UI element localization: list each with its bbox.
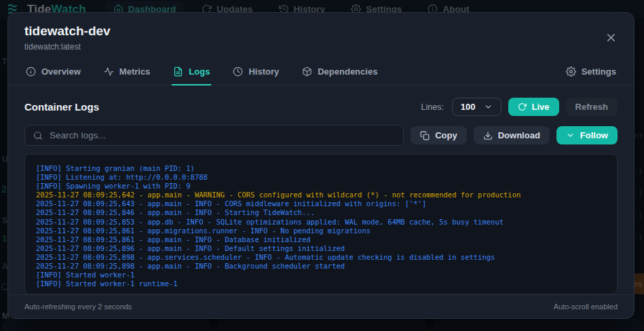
log-search-row: Copy Download Follow xyxy=(24,125,618,146)
live-button[interactable]: Live xyxy=(508,98,559,116)
auto-refresh-status: Auto-refreshing every 2 seconds xyxy=(24,303,132,311)
chevron-down-icon xyxy=(566,131,575,140)
log-line: 2025-11-27 08:09:25,861 - app.main - INF… xyxy=(36,235,606,244)
tab-history[interactable]: History xyxy=(231,60,280,85)
tab-label: History xyxy=(248,66,279,77)
download-button[interactable]: Download xyxy=(474,126,550,144)
modal-title: tidewatch-dev xyxy=(24,24,618,39)
lines-value: 100 xyxy=(461,102,476,112)
log-viewer[interactable]: [INFO] Starting granian (main PID: 1) [I… xyxy=(24,154,618,294)
lines-label: Lines: xyxy=(421,102,444,112)
file-text-icon xyxy=(173,66,183,77)
log-line: 2025-11-27 08:09:25,898 - app.main - INF… xyxy=(36,262,606,271)
log-line: [INFO] Spawning worker-1 with PID: 9 xyxy=(36,182,606,191)
tab-dependencies[interactable]: Dependencies xyxy=(301,60,379,85)
log-line: 2025-11-27 08:09:25,861 - app.migrations… xyxy=(36,227,606,235)
modal-subtitle: tidewatch:latest xyxy=(24,42,618,52)
tab-label: Dependencies xyxy=(318,66,377,77)
search-box[interactable] xyxy=(24,125,404,146)
follow-button[interactable]: Follow xyxy=(556,126,618,144)
log-line: [INFO] Listening at: http://0.0.0.0:8788 xyxy=(36,173,606,182)
tab-logs[interactable]: Logs xyxy=(172,60,211,85)
modal-header: tidewatch-dev tidewatch:latest xyxy=(8,13,634,60)
panel-heading: Container Logs xyxy=(24,101,99,113)
container-details-modal: tidewatch-dev tidewatch:latest Overview … xyxy=(7,12,634,319)
log-line: 2025-11-27 08:09:25,643 - app.main - INF… xyxy=(36,199,606,208)
log-line: 2025-11-27 08:09:25,853 - app.db - INFO … xyxy=(36,218,606,227)
clock-icon xyxy=(233,66,243,77)
copy-button-label: Copy xyxy=(435,130,457,140)
log-line: [INFO] Started worker-1 xyxy=(36,271,606,279)
live-button-label: Live xyxy=(532,102,550,112)
chevron-down-icon xyxy=(484,102,493,111)
tab-label: Settings xyxy=(582,66,616,77)
search-input[interactable] xyxy=(50,130,395,140)
copy-button[interactable]: Copy xyxy=(411,126,467,144)
refresh-button-label: Refresh xyxy=(575,102,608,112)
auto-scroll-status: Auto-scroll enabled xyxy=(554,303,618,311)
modal-tabbar: Overview Metrics Logs History Dependenci… xyxy=(8,60,634,85)
download-icon xyxy=(483,131,493,140)
log-controls: Lines: 100 Live Refresh xyxy=(421,98,618,116)
download-button-label: Download xyxy=(498,130,540,140)
follow-button-label: Follow xyxy=(580,130,608,140)
refresh-button[interactable]: Refresh xyxy=(566,98,618,116)
log-line: [INFO] Starting granian (main PID: 1) xyxy=(36,164,606,173)
lines-select[interactable]: 100 xyxy=(452,98,501,116)
log-line: 2025-11-27 08:09:25,896 - app.main - INF… xyxy=(36,244,606,253)
refresh-icon xyxy=(518,102,527,111)
log-line: 2025-11-27 08:09:25,898 - app.services.s… xyxy=(36,253,606,262)
search-icon xyxy=(33,131,43,140)
tab-overview[interactable]: Overview xyxy=(24,60,82,85)
tab-label: Logs xyxy=(189,66,210,77)
logs-panel-header: Container Logs Lines: 100 Live Refresh xyxy=(24,98,618,116)
gear-icon xyxy=(566,66,576,77)
tab-label: Metrics xyxy=(119,66,151,77)
copy-icon xyxy=(420,131,430,140)
activity-icon xyxy=(104,66,114,77)
tab-label: Overview xyxy=(41,66,81,77)
log-line: [INFO] Started worker-1 runtime-1 xyxy=(36,279,606,288)
info-icon xyxy=(26,66,36,77)
log-line: 2025-11-27 08:09:25,642 - app.main - WAR… xyxy=(36,191,606,199)
tab-metrics[interactable]: Metrics xyxy=(102,60,152,85)
package-icon xyxy=(302,66,312,77)
modal-footer: Auto-refreshing every 2 seconds Auto-scr… xyxy=(8,294,634,319)
log-line: 2025-11-27 08:09:25,846 - app.main - INF… xyxy=(36,208,606,217)
close-icon xyxy=(605,31,618,44)
tab-settings[interactable]: Settings xyxy=(565,60,618,85)
close-button[interactable] xyxy=(603,29,619,45)
logs-panel: Container Logs Lines: 100 Live Refresh xyxy=(8,85,634,294)
